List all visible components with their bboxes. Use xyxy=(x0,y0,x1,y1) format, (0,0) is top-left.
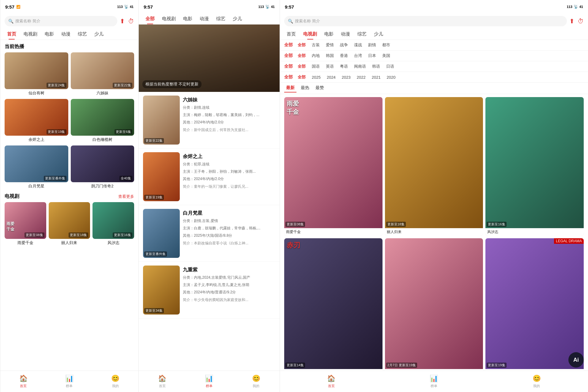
filter-lang-minnan[interactable]: 闽南语 xyxy=(352,63,368,70)
bottom-home-2[interactable]: 🏠 首页 xyxy=(139,372,186,391)
list-item[interactable]: 2月7日 更新至19集 掌心 xyxy=(385,238,483,377)
list-item[interactable]: 更新至19集 LEGAL DRAMA 李狗娃 xyxy=(485,238,584,377)
tab-anime-1[interactable]: 动漫 xyxy=(58,29,74,40)
subnav-latest[interactable]: 最新 xyxy=(284,84,296,92)
tab-kids-2[interactable]: 少儿 xyxy=(229,13,246,24)
filter-year-2022[interactable]: 2022 xyxy=(355,74,368,80)
list-item[interactable]: 更新至22集 六姊妹 分类：剧情,连续 主演：梅婷，陆毅，邬君梅，案美娟，刘钧，… xyxy=(139,92,280,149)
tab-all-2[interactable]: 全部 xyxy=(142,13,158,24)
list-item[interactable]: 更新至19集 余烬之上 分类：犯罪,连续 主演：王子奇，孙阳，孙怡，刘敏涛，张雨… xyxy=(139,149,280,205)
filter-year-2020[interactable]: 2020 xyxy=(385,74,398,80)
list-item[interactable]: 更新至08集 雨爱千金 雨爱千金 xyxy=(284,97,383,236)
list-item[interactable]: 更新至16集 风汐志 xyxy=(92,202,134,246)
filter-lang-cantonese[interactable]: 粤语 xyxy=(338,63,350,70)
upload-icon-1[interactable]: ⬆ xyxy=(120,17,125,25)
list-item[interactable]: 更新至番外集 白月梵星 分类：剧情,古装,爱情 主演：白鹿，鼓瑞鹏，代露娃，常华… xyxy=(139,205,280,262)
bottom-home-1[interactable]: 🏠 首页 xyxy=(0,372,46,391)
search-input-1[interactable]: 🔍 搜索名称 简介 xyxy=(5,16,117,26)
list-item[interactable]: 全40集 鹊刀门传奇2 xyxy=(71,145,134,190)
tab-tv-3[interactable]: 电视剧 xyxy=(300,29,321,40)
filter-year-all[interactable]: 全部 xyxy=(296,74,307,81)
filter-region-japan[interactable]: 日本 xyxy=(366,52,378,59)
tab-home-1[interactable]: 首页 xyxy=(3,29,20,40)
tab-movie-3[interactable]: 电影 xyxy=(321,29,337,40)
list-item[interactable]: 更新至6集 白色橄榄树 xyxy=(71,99,134,143)
history-icon-1[interactable]: ⏱ xyxy=(128,18,134,25)
filter-genre-label: 全部 xyxy=(284,42,293,48)
filter-genre-romance[interactable]: 爱情 xyxy=(324,42,336,48)
list-item[interactable]: 更新至16集 风汐志 xyxy=(485,97,584,236)
thumb-1: 更新至24集 xyxy=(5,52,68,89)
upload-icon-3[interactable]: ⬆ xyxy=(569,17,575,25)
subnav-hot[interactable]: 最热 xyxy=(299,84,311,92)
mine-icon-3: 😊 xyxy=(533,375,541,383)
filter-year-2024[interactable]: 2024 xyxy=(325,74,337,80)
bottom-mine-2[interactable]: 😊 我的 xyxy=(233,372,280,391)
label-2: 更新至22集 xyxy=(113,83,132,88)
tab-kids-3[interactable]: 少儿 xyxy=(370,29,387,40)
filter-lang-mandarin[interactable]: 国语 xyxy=(310,63,322,70)
tab-variety-1[interactable]: 综艺 xyxy=(74,29,91,40)
filter-lang-japanese[interactable]: 日语 xyxy=(384,63,396,70)
list-info-4: 九重紫 分类：内地,2024,古装爱情,宅门风云,国产 主演：孟子义,李昀锐,孔… xyxy=(183,266,275,315)
search-input-3[interactable]: 🔍 搜索名称 简介 xyxy=(284,16,567,26)
tab-anime-2[interactable]: 动漫 xyxy=(196,13,213,24)
search-bar-3: 🔍 搜索名称 简介 ⬆ ⏱ xyxy=(280,13,588,29)
list-item[interactable]: 更新至34集 九重紫 分类：内地,2024,古装爱情,宅门风云,国产 主演：孟子… xyxy=(139,262,280,318)
filter-genre-all[interactable]: 全部 xyxy=(296,42,307,48)
ai-button[interactable]: Ai xyxy=(568,352,584,368)
tab-anime-3[interactable]: 动漫 xyxy=(337,29,354,40)
list-item[interactable]: 更新至番外集 白月梵星 xyxy=(5,145,68,190)
list-other-1: 其他：2024年/内地/2.0分 xyxy=(183,119,275,125)
tab-kids-1[interactable]: 少儿 xyxy=(91,29,107,40)
filter-region-hk[interactable]: 香港 xyxy=(338,52,350,59)
bottom-rank-3[interactable]: 📊 榜单 xyxy=(383,372,485,391)
filter-region: 全部 全部 内地 韩国 香港 台湾 日本 美国 xyxy=(280,51,588,61)
tab-home-3[interactable]: 首页 xyxy=(283,29,300,40)
filter-region-all[interactable]: 全部 xyxy=(296,52,307,59)
banner-overlay: 根据当前热度整理 不定时更新 xyxy=(139,24,280,92)
filter-genre-ancient[interactable]: 古装 xyxy=(310,42,322,48)
filter-genre-drama[interactable]: 剧情 xyxy=(366,42,378,48)
bottom-rank-2[interactable]: 📊 榜单 xyxy=(186,372,232,391)
tab-variety-2[interactable]: 综艺 xyxy=(213,13,229,24)
filter-lang-all[interactable]: 全部 xyxy=(296,63,307,70)
tab-tv-2[interactable]: 电视剧 xyxy=(158,13,179,24)
mine-label-2: 我的 xyxy=(253,384,259,388)
list-item[interactable]: 更新至08集 雨爱千金 雨爱千金 xyxy=(5,202,46,246)
filter-year-2021[interactable]: 2021 xyxy=(370,74,383,80)
filter-genre-war[interactable]: 战争 xyxy=(338,42,350,48)
list-item[interactable]: 更新至18集 丽人归来 xyxy=(49,202,90,246)
filter-region-mainland[interactable]: 内地 xyxy=(310,52,322,59)
bottom-home-3[interactable]: 🏠 首页 xyxy=(280,372,383,391)
tab-tv-1[interactable]: 电视剧 xyxy=(20,29,41,40)
bottom-mine-3[interactable]: 😊 我的 xyxy=(485,372,588,391)
bottom-mine-1[interactable]: 😊 我的 xyxy=(92,372,138,391)
list-item[interactable]: 更新至22集 六姊妹 xyxy=(71,52,134,96)
list-item[interactable]: 更新至14集 赤刃 赤刃 xyxy=(284,238,383,377)
name-2: 六姊妹 xyxy=(71,89,134,96)
filter-region-korea[interactable]: 韩国 xyxy=(324,52,336,59)
filter-genre-spy[interactable]: 谍战 xyxy=(352,42,364,48)
section-tv-more[interactable]: 查看更多 xyxy=(118,194,134,199)
list-category-3: 分类：剧情,古装,爱情 xyxy=(183,218,275,224)
filter-region-us[interactable]: 美国 xyxy=(380,52,392,59)
rank-label-1: 榜单 xyxy=(66,384,73,388)
list-item[interactable]: 更新至19集 余烬之上 xyxy=(5,99,68,143)
signal-strength-2: 113 xyxy=(258,5,264,9)
filter-region-taiwan[interactable]: 台湾 xyxy=(352,52,364,59)
history-icon-3[interactable]: ⏱ xyxy=(578,18,584,25)
tab-variety-3[interactable]: 综艺 xyxy=(354,29,370,40)
filter-year-2025[interactable]: 2025 xyxy=(310,74,322,80)
list-item[interactable]: 更新至18集 丽人归来 xyxy=(385,97,483,236)
tab-movie-2[interactable]: 电影 xyxy=(179,13,196,24)
list-item[interactable]: 更新至24集 仙台有树 xyxy=(5,52,68,96)
bottom-rank-1[interactable]: 📊 榜单 xyxy=(46,372,92,391)
subnav-best[interactable]: 最赞 xyxy=(314,84,326,92)
filter-genre-city[interactable]: 都市 xyxy=(380,42,392,48)
filter-year-2023[interactable]: 2023 xyxy=(340,74,352,80)
tab-movie-1[interactable]: 电影 xyxy=(41,29,58,40)
filter-lang-english[interactable]: 英语 xyxy=(324,63,336,70)
list-other-4: 其他：2024年/内地/普通话/9.2分 xyxy=(183,289,275,295)
filter-lang-korean[interactable]: 韩语 xyxy=(370,63,382,70)
